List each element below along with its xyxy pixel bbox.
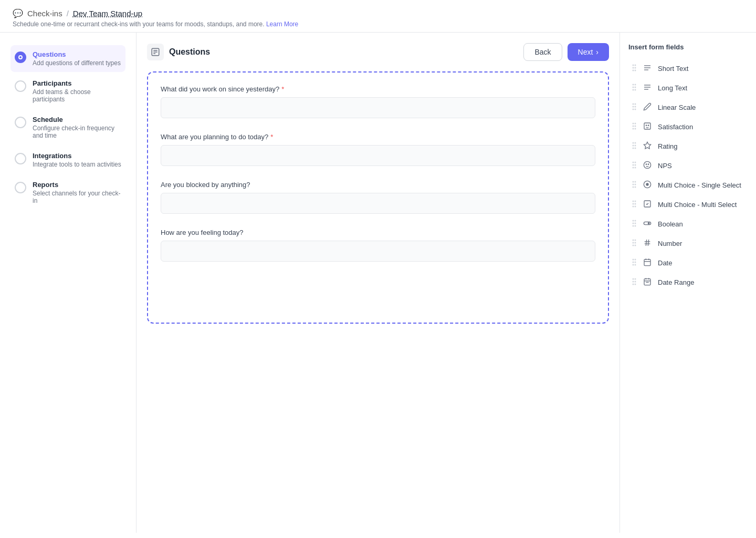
svg-line-86: [648, 240, 648, 246]
sidebar-item-desc-participants: Add teams & choose participants: [33, 88, 121, 103]
field-label-long-text: Long Text: [658, 84, 687, 92]
svg-point-74: [635, 225, 636, 227]
radio-icon: [642, 180, 653, 190]
svg-point-62: [633, 201, 634, 202]
svg-marker-44: [644, 142, 650, 149]
svg-point-98: [635, 278, 636, 280]
field-item-nps[interactable]: NPS: [628, 157, 748, 175]
field-item-multi-multi[interactable]: Multi Choice - Multi Select: [628, 195, 748, 214]
field-item-long-text[interactable]: Long Text: [628, 79, 748, 97]
question-item-q1: What did you work on since yesterday? *: [161, 85, 595, 118]
svg-point-38: [633, 142, 634, 144]
required-indicator: *: [281, 85, 284, 93]
field-label-date: Date: [658, 259, 672, 267]
field-item-boolean[interactable]: Boolean: [628, 215, 748, 233]
svg-point-40: [633, 145, 634, 147]
hash-icon: [642, 239, 653, 249]
svg-rect-93: [644, 260, 650, 266]
question-input-q1[interactable]: [161, 97, 595, 118]
svg-point-69: [633, 220, 634, 222]
sidebar-item-integrations[interactable]: IntegrationsIntegrate tools to team acti…: [10, 147, 125, 173]
field-label-short-text: Short Text: [658, 65, 688, 73]
svg-point-65: [635, 203, 636, 205]
svg-point-30: [635, 123, 636, 125]
questions-panel-icon: [147, 44, 164, 60]
svg-point-58: [633, 187, 634, 188]
drag-handle-icon: [632, 102, 637, 112]
svg-point-77: [633, 240, 634, 241]
svg-point-41: [635, 145, 636, 147]
svg-point-28: [635, 109, 636, 110]
back-button[interactable]: Back: [523, 43, 562, 61]
svg-point-50: [635, 167, 636, 169]
sidebar-item-reports[interactable]: ReportsSelect channels for your check-in: [10, 175, 125, 210]
next-button[interactable]: Next ›: [568, 43, 609, 61]
svg-point-37: [648, 125, 648, 126]
breadcrumb: 💬 Check-ins / Dev Team Stand-up: [13, 8, 743, 18]
svg-point-19: [635, 89, 636, 91]
question-input-q4[interactable]: [161, 241, 595, 262]
insert-fields-title: Insert form fields: [628, 43, 748, 51]
svg-point-8: [635, 67, 636, 69]
svg-point-92: [635, 264, 636, 266]
sidebar-item-title-participants: Participants: [33, 79, 121, 87]
questions-panel-title: Questions: [169, 47, 210, 57]
svg-point-61: [646, 183, 648, 185]
breadcrumb-current: Dev Team Stand-up: [73, 9, 142, 18]
svg-point-87: [633, 259, 634, 261]
sidebar-item-schedule[interactable]: ScheduleConfigure check-in frequency and…: [10, 110, 125, 144]
svg-point-26: [635, 106, 636, 108]
svg-point-16: [633, 87, 634, 88]
svg-point-32: [635, 126, 636, 127]
sidebar-item-title-schedule: Schedule: [33, 116, 121, 123]
learn-more-link[interactable]: Learn More: [266, 20, 298, 28]
drag-handle-icon: [632, 258, 637, 268]
toggle-icon: [642, 219, 653, 229]
question-input-q2[interactable]: [161, 145, 595, 166]
sidebar-item-title-reports: Reports: [33, 181, 121, 189]
field-item-rating[interactable]: Rating: [628, 137, 748, 156]
question-item-q3: Are you blocked by anything?: [161, 181, 595, 214]
svg-point-53: [648, 164, 648, 164]
checkbox-icon: [642, 200, 653, 210]
svg-point-42: [633, 148, 634, 149]
drag-handle-icon: [632, 161, 637, 171]
calendar-icon: [642, 258, 653, 268]
field-item-short-text[interactable]: Short Text: [628, 59, 748, 78]
svg-point-70: [635, 220, 636, 222]
question-item-q2: What are you planning to do today? *: [161, 133, 595, 166]
field-item-satisfaction[interactable]: Satisfaction: [628, 118, 748, 136]
field-item-multi-single[interactable]: Multi Choice - Single Select: [628, 176, 748, 194]
svg-point-39: [635, 142, 636, 144]
emoji-icon: [642, 122, 653, 132]
sidebar-item-questions[interactable]: QuestionsAdd questions of different type…: [10, 45, 125, 72]
drag-handle-icon: [632, 180, 637, 190]
breadcrumb-parent[interactable]: Check-ins: [27, 9, 62, 18]
svg-point-80: [635, 242, 636, 244]
field-label-number: Number: [658, 240, 682, 247]
sidebar-item-title-integrations: Integrations: [33, 152, 121, 160]
field-label-multi-single: Multi Choice - Single Select: [658, 181, 741, 189]
svg-point-0: [19, 56, 22, 59]
drag-handle-icon: [632, 219, 637, 229]
field-label-nps: NPS: [658, 162, 672, 170]
question-input-q3[interactable]: [161, 193, 595, 214]
field-item-date[interactable]: Date: [628, 254, 748, 272]
svg-point-52: [646, 164, 646, 164]
field-item-number[interactable]: Number: [628, 234, 748, 253]
sidebar-item-participants[interactable]: ParticipantsAdd teams & choose participa…: [10, 74, 125, 108]
drag-handle-icon: [632, 200, 637, 210]
svg-point-46: [635, 162, 636, 163]
svg-point-59: [635, 187, 636, 188]
svg-point-55: [635, 181, 636, 183]
field-item-date-range[interactable]: Date Range: [628, 273, 748, 292]
field-item-linear-scale[interactable]: Linear Scale: [628, 98, 748, 117]
drag-handle-icon: [632, 239, 637, 249]
svg-point-90: [635, 262, 636, 263]
field-label-linear-scale: Linear Scale: [658, 104, 696, 111]
sidebar-step-reports: [15, 182, 26, 193]
question-label-q2: What are you planning to do today? *: [161, 133, 595, 141]
svg-point-9: [633, 70, 634, 71]
svg-point-78: [635, 240, 636, 241]
svg-point-18: [633, 89, 634, 91]
